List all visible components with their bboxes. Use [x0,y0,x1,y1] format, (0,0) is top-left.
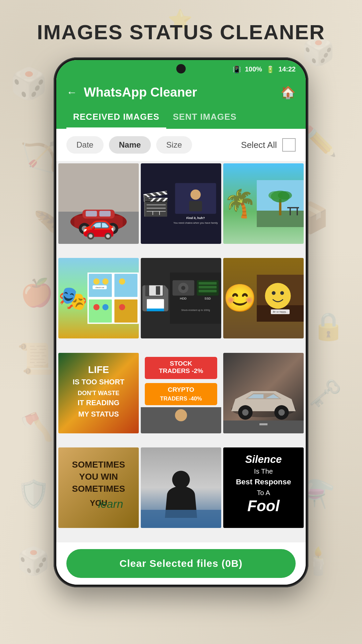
svg-text:Is The: Is The [254,468,273,475]
home-button[interactable]: 🏠 [281,86,296,100]
svg-rect-30 [189,201,202,211]
svg-rect-45 [89,300,112,323]
svg-point-48 [102,278,108,284]
svg-text:learn: learn [98,498,123,510]
image-item-luxury-car[interactable] [223,353,304,433]
image-item-meme[interactable]: Find it, huh? You need chakra when you h… [141,163,221,244]
svg-text:IS TOO SHORT: IS TOO SHORT [73,377,124,386]
svg-point-58 [181,286,185,290]
svg-point-38 [278,191,292,200]
status-icons: 📳 100% 🔋 14:22 [233,65,296,73]
svg-text:SOMETIMES: SOMETIMES [72,484,125,494]
image-item-silence[interactable]: Silence Is The Best Response To A Fool [223,447,304,528]
svg-text:Shock-resistant up to 1000g: Shock-resistant up to 1000g [181,309,210,312]
svg-rect-63 [199,290,217,292]
svg-rect-41 [297,208,298,215]
svg-rect-20 [82,210,115,218]
svg-rect-39 [287,207,299,209]
svg-point-87 [175,409,187,421]
app-title: WhatsApp Cleaner [84,85,274,100]
svg-point-29 [190,190,201,200]
svg-text:HDD: HDD [180,297,187,300]
svg-point-49 [94,304,100,310]
svg-rect-26 [99,211,111,217]
content-area: Date Name Size Select All [56,129,306,542]
svg-point-52 [119,304,125,310]
image-item-stocks[interactable]: STOCK TRADERS -2% CRYPTO TRADERS -40% [141,353,221,433]
svg-point-22 [82,226,87,231]
svg-point-51 [119,278,125,284]
image-grid: Find it, huh? You need chakra when you h… [56,161,306,542]
svg-point-70 [280,291,284,295]
app-bar: ← WhatsApp Cleaner 🏠 [56,78,306,100]
svg-rect-94 [223,420,304,433]
svg-text:Fool: Fool [247,497,280,514]
svg-text:🛡️: 🛡️ [17,478,50,510]
filter-date-button[interactable]: Date [66,136,104,154]
image-item-car[interactable] [58,163,139,244]
select-all-container: Select All [241,138,296,152]
svg-point-24 [110,226,116,231]
image-item-tropical[interactable] [223,163,304,244]
svg-text:Be so happy...: Be so happy... [273,311,288,314]
time-text: 14:22 [279,65,296,73]
image-item-comic[interactable]: check out [58,258,139,338]
select-all-label: Select All [241,140,277,150]
tab-received-images[interactable]: RECEIVED IMAGES [66,106,166,129]
battery-text: 100% [245,65,262,73]
svg-text:Find it, huh?: Find it, huh? [186,216,205,220]
svg-text:CRYPTO: CRYPTO [168,386,194,393]
svg-point-93 [278,409,285,416]
svg-text:🏹: 🏹 [20,140,58,175]
svg-text:check out: check out [96,286,104,288]
camera-notch [176,64,186,73]
battery-icon: 🔋 [266,65,275,73]
svg-point-50 [102,304,108,310]
tab-bar: RECEIVED IMAGES SENT IMAGES [56,100,306,129]
image-item-hdd[interactable]: HDD SSD Shock-resistant up to 1000g [141,258,221,338]
svg-point-21 [79,223,90,234]
svg-text:MY STATUS: MY STATUS [78,410,119,418]
select-all-checkbox[interactable] [282,138,296,152]
svg-text:You need chakra when you have : You need chakra when you have family [173,221,218,224]
svg-point-68 [265,283,291,309]
svg-text:📜: 📜 [17,341,55,377]
svg-text:🍎: 🍎 [20,277,54,309]
svg-text:Best Response: Best Response [236,477,291,486]
image-item-life-quote[interactable]: LIFE IS TOO SHORT DON'T WASTE IT READING… [58,353,139,433]
vibrate-icon: 📳 [233,65,241,73]
svg-text:🪓: 🪓 [20,411,54,443]
svg-text:LIFE: LIFE [88,364,109,375]
back-button[interactable]: ← [66,86,77,99]
svg-text:🔒: 🔒 [312,310,345,342]
svg-text:IT READING: IT READING [78,398,120,407]
tab-sent-images[interactable]: SENT IMAGES [166,106,243,129]
phone-inner: 📳 100% 🔋 14:22 ← WhatsApp Cleaner 🏠 RECE… [56,60,306,585]
svg-text:🗝️: 🗝️ [308,377,342,409]
image-item-win-lose[interactable]: SOMETIMES YOU WIN SOMETIMES YOU learn [58,447,139,528]
svg-text:🎲: 🎲 [17,545,50,577]
svg-text:YOU WIN: YOU WIN [79,472,118,482]
filter-name-button[interactable]: Name [109,136,151,154]
svg-rect-25 [86,211,97,217]
svg-text:SSD: SSD [204,297,211,300]
svg-rect-46 [114,300,137,323]
svg-text:STOCK: STOCK [170,360,192,367]
filter-bar: Date Name Size Select All [56,129,306,161]
image-item-person[interactable] [141,447,221,528]
clear-selected-button[interactable]: Clear Selected files (0B) [66,549,296,578]
svg-rect-62 [199,286,217,289]
svg-rect-40 [290,208,291,215]
svg-text:SOMETIMES: SOMETIMES [72,460,125,470]
svg-rect-95 [259,423,267,425]
svg-rect-61 [199,282,217,285]
bottom-bar: Clear Selected files (0B) [56,542,306,585]
filter-size-button[interactable]: Size [156,136,192,154]
svg-point-47 [94,278,100,284]
svg-text:To A: To A [257,489,270,496]
svg-point-23 [107,223,118,234]
phone-shell: 📳 100% 🔋 14:22 ← WhatsApp Cleaner 🏠 RECE… [54,57,308,587]
svg-point-69 [272,291,276,295]
svg-point-91 [242,409,248,416]
image-item-smiley[interactable]: Be so happy... [223,258,304,338]
